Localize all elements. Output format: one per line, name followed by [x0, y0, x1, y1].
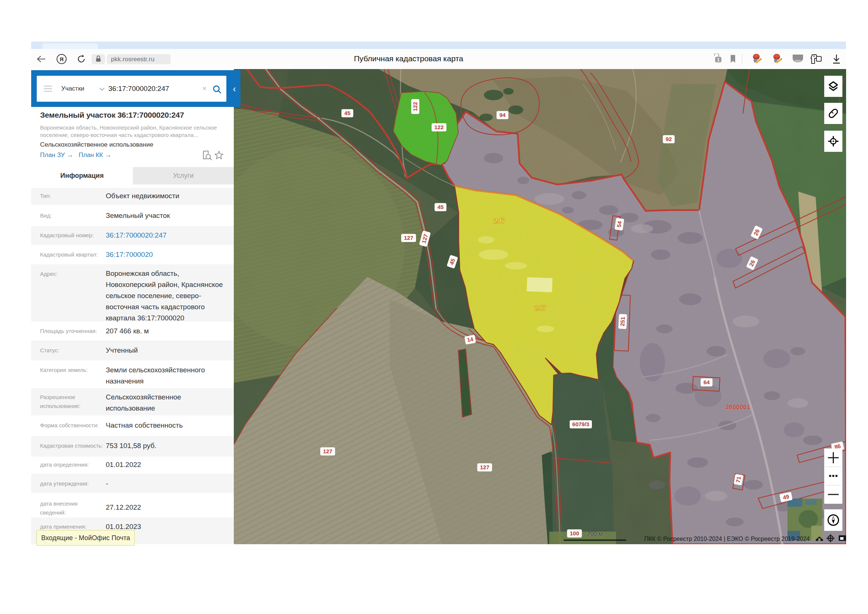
svg-text:Я: Я [60, 56, 64, 62]
svg-text:ПКК © Росреестр 2010-2024 | ЕЭ: ПКК © Росреестр 2010-2024 | ЕЭКО © Росре… [644, 536, 810, 542]
svg-text:1: 1 [717, 57, 719, 62]
svg-text:200 м: 200 м [587, 531, 603, 537]
